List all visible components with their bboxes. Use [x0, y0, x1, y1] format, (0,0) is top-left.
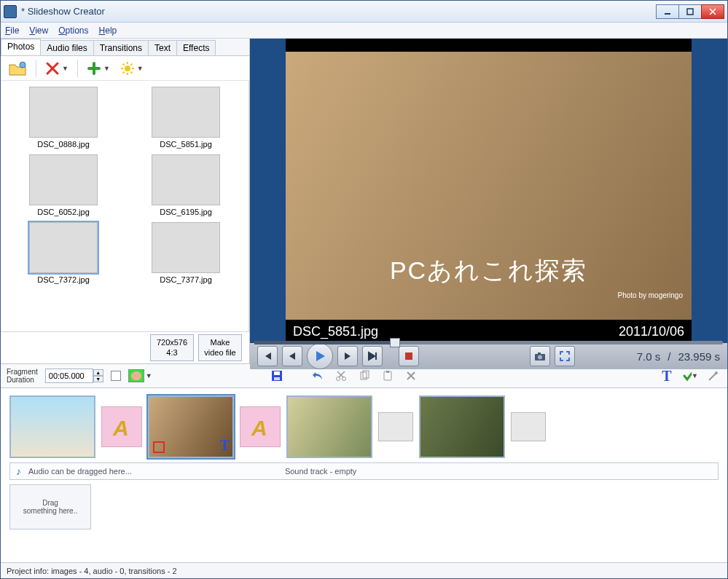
- svg-rect-10: [274, 377, 280, 380]
- app-window: * Slideshow Creator File View Options He…: [0, 0, 728, 579]
- tab-effects[interactable]: Effects: [176, 40, 216, 55]
- snapshot-button[interactable]: [530, 346, 550, 366]
- window-buttons: [657, 4, 724, 19]
- preview-image: PCあれこれ探索 Photo by mogeringo: [286, 52, 692, 320]
- svg-point-3: [125, 66, 130, 71]
- preview-frame: PCあれこれ探索 Photo by mogeringo DSC_5851.jpg…: [250, 39, 727, 343]
- chevron-down-icon: ▼: [692, 372, 698, 379]
- menu-view[interactable]: View: [29, 25, 48, 36]
- fragment-duration-input[interactable]: [45, 369, 93, 383]
- thumb-label: DSC_6052.jpg: [37, 208, 90, 216]
- seek-bar[interactable]: [254, 340, 723, 346]
- text-tool-button[interactable]: T: [659, 368, 675, 384]
- thumb-label: DSC_7372.jpg: [37, 275, 90, 284]
- maximize-button[interactable]: [678, 4, 702, 19]
- timeline-panel: A T A ♪ Audio can be dragged here... Sou…: [1, 388, 727, 535]
- svg-point-2: [20, 62, 26, 68]
- thumbnail-grid[interactable]: DSC_0888.jpg DSC_5851.jpg DSC_6052.jpg D…: [1, 81, 249, 331]
- delete-button[interactable]: ▼: [44, 60, 70, 77]
- apply-button[interactable]: ▼: [682, 368, 698, 384]
- timeline-clip[interactable]: [9, 395, 95, 458]
- tab-audio[interactable]: Audio files: [40, 40, 93, 55]
- left-tabs: Photos Audio files Transitions Text Effe…: [1, 39, 249, 56]
- prev-frame-button[interactable]: [282, 346, 302, 366]
- thumb-item[interactable]: DSC_0888.jpg: [7, 87, 120, 149]
- timecode-total: 23.959 s: [678, 350, 720, 363]
- cut-button[interactable]: [333, 368, 349, 384]
- background-color-picker[interactable]: [111, 371, 121, 381]
- upper-panel: Photos Audio files Transitions Text Effe…: [1, 39, 727, 363]
- audio-hint: Audio can be dragged here...: [28, 467, 132, 476]
- menu-file[interactable]: File: [5, 25, 19, 36]
- goto-start-button[interactable]: [257, 346, 278, 366]
- timecode-display: 7.0 s / 23.959 s: [637, 350, 720, 363]
- thumb-item[interactable]: DSC_5851.jpg: [129, 87, 243, 149]
- tab-photos[interactable]: Photos: [1, 39, 41, 55]
- transport-bar: 7.0 s / 23.959 s: [250, 343, 727, 369]
- timeline-transition[interactable]: A: [240, 406, 281, 447]
- delete-clip-button[interactable]: [403, 368, 419, 384]
- make-video-button[interactable]: Make video file: [198, 334, 242, 361]
- statusbar: Project info: images - 4, audio - 0, tra…: [1, 562, 727, 578]
- thumb-item[interactable]: DSC_6052.jpg: [7, 154, 120, 216]
- goto-end-button[interactable]: [362, 346, 383, 366]
- timeline-transition[interactable]: A: [101, 406, 142, 447]
- svg-point-6: [538, 355, 542, 360]
- fullscreen-button[interactable]: [555, 346, 575, 366]
- thumb-item[interactable]: DSC_7377.jpg: [129, 222, 243, 284]
- thumb-label: DSC_6195.jpg: [160, 208, 212, 216]
- timeline-empty-transition[interactable]: [378, 412, 413, 441]
- titlebar: * Slideshow Creator: [1, 1, 727, 23]
- audio-status: Sound track - empty: [285, 467, 356, 476]
- minimize-button[interactable]: [656, 4, 679, 19]
- stop-button[interactable]: [399, 346, 419, 366]
- menubar: File View Options Help: [1, 23, 727, 39]
- thumb-item[interactable]: DSC_7372.jpg: [7, 222, 120, 284]
- svg-text:A: A: [251, 416, 267, 440]
- undo-button[interactable]: [310, 368, 326, 384]
- thumb-item[interactable]: DSC_6195.jpg: [129, 154, 243, 216]
- left-footer: 720x576 4:3 Make video file: [1, 331, 249, 363]
- preview-panel: PCあれこれ探索 Photo by mogeringo DSC_5851.jpg…: [250, 39, 727, 363]
- duration-down-button[interactable]: ▼: [93, 376, 103, 382]
- status-text: Project info: images - 4, audio - 0, tra…: [7, 567, 177, 575]
- tab-transitions[interactable]: Transitions: [93, 40, 149, 55]
- timeline-clip[interactable]: T: [148, 395, 234, 458]
- drag-zone[interactable]: Dragsomething here..: [9, 484, 91, 529]
- thumb-label: DSC_0888.jpg: [37, 140, 90, 149]
- face-overlay-toggle[interactable]: [128, 369, 144, 382]
- magic-wand-button[interactable]: [705, 368, 721, 384]
- tab-text[interactable]: Text: [148, 40, 177, 55]
- timeline-clip[interactable]: [419, 395, 505, 458]
- credit-text: Photo by mogeringo: [617, 291, 683, 299]
- svg-text:A: A: [112, 416, 129, 440]
- duration-up-button[interactable]: ▲: [93, 369, 103, 376]
- add-button[interactable]: ▼: [85, 60, 111, 77]
- window-title: * Slideshow Creator: [21, 6, 105, 17]
- svg-rect-4: [405, 352, 412, 360]
- preview-letterbox: PCあれこれ探索 Photo by mogeringo DSC_5851.jpg…: [286, 39, 692, 343]
- close-button[interactable]: [701, 4, 724, 19]
- timeline-clip[interactable]: [286, 395, 372, 458]
- resolution-button[interactable]: 720x576 4:3: [150, 334, 194, 361]
- caption-date: 2011/10/06: [619, 324, 684, 339]
- seek-handle[interactable]: [390, 338, 400, 347]
- copy-button[interactable]: [356, 368, 372, 384]
- open-folder-button[interactable]: [7, 59, 28, 78]
- chevron-down-icon: ▼: [137, 65, 144, 72]
- thumb-label: DSC_5851.jpg: [160, 140, 212, 149]
- next-frame-button[interactable]: [337, 346, 358, 366]
- effects-button[interactable]: ▼: [119, 60, 145, 77]
- timeline-empty-transition[interactable]: [511, 412, 546, 441]
- content: Photos Audio files Transitions Text Effe…: [1, 39, 727, 562]
- photos-toolbar: ▼ ▼ ▼: [1, 56, 249, 81]
- menu-help[interactable]: Help: [99, 25, 117, 36]
- menu-options[interactable]: Options: [58, 25, 88, 36]
- svg-rect-18: [154, 442, 164, 452]
- fragment-duration-label: FragmentDuration: [7, 368, 38, 384]
- audio-track[interactable]: ♪ Audio can be dragged here... Sound tra…: [9, 462, 719, 480]
- save-button[interactable]: [269, 368, 285, 384]
- paste-button[interactable]: [380, 368, 396, 384]
- timeline-clips[interactable]: A T A: [9, 395, 719, 458]
- play-button[interactable]: [307, 343, 333, 369]
